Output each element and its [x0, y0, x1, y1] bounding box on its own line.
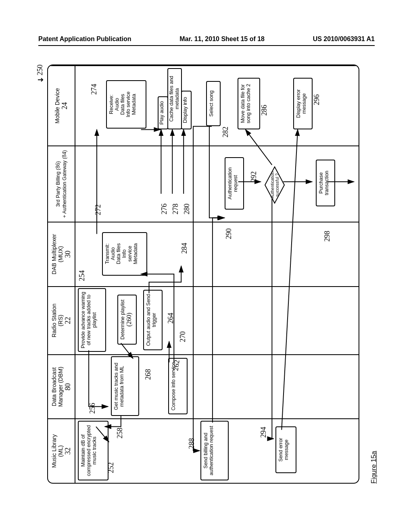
ref-282: 282 [221, 127, 230, 137]
ref-290: 290 [225, 229, 233, 239]
lane-mobile: Mobile Device 24 274 Receive: Audio Data… [48, 65, 359, 145]
lane-dbm: Data Broadcast Manager (DBM) 80 256 Get … [48, 354, 359, 419]
header-left: Patent Application Publication [38, 35, 131, 43]
box-receive: Receive: Audio Data files Info service M… [106, 80, 146, 129]
ref-252: 252 [107, 462, 115, 473]
lane-rs: Radio Station (RS) 22 Provide advance wa… [48, 286, 359, 354]
lane-header-dbm: Data Broadcast Manager (DBM) 80 [48, 355, 75, 419]
page-header: Patent Application Publication Mar. 11, … [38, 35, 375, 45]
lane-billing: 3rd Party Billing (86) + Authentication … [48, 145, 359, 222]
ref-262: 262 [171, 360, 181, 372]
ref-296: 296 [313, 94, 321, 105]
lane-header-ml: Music Library (ML) 32 [48, 419, 75, 483]
lane-body-mux: 254 Transmit: Audio Data files Info serv… [75, 222, 359, 286]
ref-298: 298 [323, 231, 332, 242]
swimlane-diagram: 250 Music Library (ML) 32 Maintain dB of… [47, 64, 366, 484]
box-get-music: Get music tracks and metadata from ML [111, 356, 139, 416]
box-purchase: Purchase transaction [316, 160, 335, 206]
diagram-container: 250 Music Library (ML) 32 Maintain dB of… [40, 60, 373, 488]
down-arrow-icon [37, 77, 44, 83]
box-play-audio: Play audio [158, 96, 168, 129]
header-right: US 2010/0063931 A1 [313, 35, 375, 43]
lane-body-rs: Provide advance warning of new tracks ad… [75, 287, 359, 354]
lane-mux: DAB Multiplexer (MUX) 30 254 Transmit: A… [48, 222, 359, 286]
ref-270: 270 [179, 331, 187, 342]
ref-288: 288 [188, 438, 196, 449]
ref-274: 274 [90, 84, 98, 95]
ref-278: 278 [171, 204, 180, 214]
ref-254: 254 [78, 270, 86, 281]
ref-260-inline: (260) [125, 313, 132, 327]
ref-268: 268 [144, 369, 152, 380]
swimlane-table: Music Library (ML) 32 Maintain dB of com… [47, 64, 359, 484]
box-provide-advance: Provide advance warning of new tracks ad… [78, 288, 106, 352]
box-select-song: Select song [206, 81, 221, 126]
lane-body-dbm: 256 Get music tracks and metadata from M… [75, 355, 359, 419]
ref-286: 286 [260, 105, 269, 116]
ref-284: 284 [180, 243, 189, 254]
lane-body-billing: 272 276 278 280 Authentication request 2… [75, 146, 359, 222]
box-determine-playlist: Determine playlist (260) [117, 295, 137, 345]
ref-294: 294 [259, 427, 268, 438]
lane-header-mobile: Mobile Device 24 [48, 66, 75, 145]
box-send-error: Send error message [275, 426, 296, 473]
figure-label: Figure 15a [370, 451, 378, 484]
lane-header-mux: DAB Multiplexer (MUX) 30 [48, 222, 75, 286]
box-output-audio: Output audio and Send trigger [143, 290, 163, 350]
ref-272: 272 [94, 204, 102, 215]
box-cache-data: Cache data files and metadata [167, 68, 182, 129]
header-rule [38, 45, 375, 46]
lane-body-mobile: 274 Receive: Audio Data files Info servi… [75, 66, 359, 145]
box-move-data: Move data file for song into cache 2 [238, 78, 260, 129]
lane-body-ml: Maintain dB of compressed encrypted musi… [75, 419, 359, 483]
ref-256: 256 [88, 403, 97, 414]
patent-page: Patent Application Publication Mar. 11, … [0, 0, 413, 532]
lane-music-library: Music Library (ML) 32 Maintain dB of com… [48, 418, 359, 483]
lane-header-rs: Radio Station (RS) 22 [48, 287, 75, 354]
box-auth-request: Authentication request [225, 157, 244, 210]
ref-280: 280 [183, 204, 191, 214]
decision-auth-success: Authentication successful ? [264, 166, 285, 204]
box-display-info: Display info [181, 91, 192, 129]
lane-header-billing: 3rd Party Billing (86) + Authentication … [48, 146, 75, 222]
ref-250: 250 [36, 64, 44, 83]
header-center: Mar. 11, 2010 Sheet 15 of 18 [179, 35, 265, 43]
box-send-billing: Send billing and authentication request [200, 421, 229, 480]
box-display-error: Display error message [293, 78, 313, 129]
ref-292: 292 [250, 171, 258, 182]
box-maintain-db: Maintain dB of compressed encrypted musi… [78, 421, 108, 480]
ref-264: 264 [167, 313, 175, 324]
ref-276: 276 [160, 204, 169, 214]
ref-258: 258 [116, 428, 124, 438]
box-transmit: Transmit: Audio Data files Info service … [102, 232, 147, 276]
